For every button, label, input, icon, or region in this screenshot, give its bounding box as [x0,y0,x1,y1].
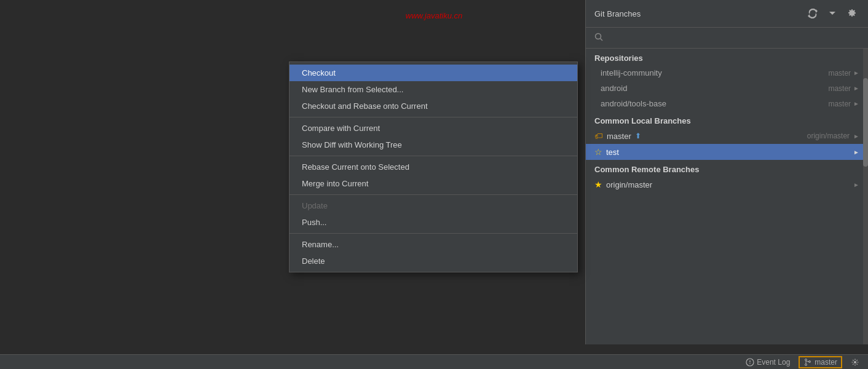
context-menu-item-rebase[interactable]: Rebase Current onto Selected [290,159,577,175]
separator-1 [290,117,577,117]
svg-line-1 [601,39,603,41]
arrow-right-icon-2: ► [853,85,859,92]
tag-icon: 🏷 [594,131,603,141]
arrow-right-icon-origin: ► [853,181,859,188]
context-menu-item-push[interactable]: Push... [290,214,577,231]
repo-branch-android-tools: master ► [828,100,859,108]
branch-master-left: 🏷 master ⬆ [594,131,641,141]
arrow-right-icon: ► [853,69,859,76]
repo-branch-intellij: master ► [828,69,859,77]
arrow-right-icon-master: ► [853,133,859,140]
remote-branches-section-header: Common Remote Branches [586,160,868,177]
context-menu: Checkout New Branch from Selected... Che… [289,62,578,272]
arrow-right-icon-3: ► [853,100,859,107]
event-log-item[interactable]: Event Log [742,357,794,368]
settings-button[interactable] [845,7,859,20]
svg-point-5 [805,359,807,360]
refresh-button[interactable] [805,7,820,20]
separator-2 [290,156,577,156]
git-search-bar [586,28,868,49]
branch-origin-master-right: ► [853,181,859,188]
branch-item-origin-master[interactable]: ★ origin/master ► [586,177,868,192]
status-master-label: master [815,358,837,367]
git-panel-title: Git Branches [594,9,641,18]
tracking-icon: ⬆ [635,132,641,140]
search-icon [594,33,603,43]
branch-item-test[interactable]: ☆ test ► [586,144,868,160]
svg-point-6 [805,363,807,365]
git-panel-content: Repositories intellij-community master ►… [586,49,868,344]
separator-3 [290,194,577,195]
svg-point-4 [749,363,751,364]
branch-origin-master-left: ★ origin/master [594,180,652,189]
context-menu-item-new-branch[interactable]: New Branch from Selected... [290,81,577,98]
event-log-icon [746,358,754,367]
git-panel-actions [805,7,859,20]
repo-name-intellij: intellij-community [601,68,662,77]
context-menu-item-merge[interactable]: Merge into Current [290,175,577,192]
branch-test-name: test [606,148,619,157]
branch-item-master[interactable]: 🏷 master ⬆ origin/master ► [586,128,868,144]
git-panel-header: Git Branches [586,0,868,28]
context-menu-item-compare[interactable]: Compare with Current [290,120,577,137]
git-branch-status-icon [803,358,812,367]
event-log-label: Event Log [757,358,790,367]
local-branches-section-header: Common Local Branches [586,111,868,128]
search-input[interactable] [607,33,859,42]
repo-item-android[interactable]: android master ► [586,81,868,96]
context-menu-item-update: Update [290,197,577,214]
branch-origin-master-name: origin/master [606,180,652,189]
separator-4 [290,233,577,234]
repositories-section-header: Repositories [586,49,868,65]
context-menu-item-checkout[interactable]: Checkout [290,65,577,81]
star-icon-test: ☆ [594,147,602,157]
branch-test-right: ► [853,149,859,156]
repo-item-android-tools[interactable]: android/tools-base master ► [586,96,868,111]
repo-name-android-tools: android/tools-base [601,99,666,108]
arrow-right-icon-test: ► [853,149,859,156]
svg-point-9 [854,361,856,363]
context-menu-item-delete[interactable]: Delete [290,253,577,269]
status-settings-button[interactable] [847,357,863,368]
watermark: www.javatiku.cn [406,11,462,20]
branch-master-right: origin/master ► [807,132,859,140]
scrollbar-thumb [863,78,868,167]
status-settings-icon [851,358,859,367]
context-menu-item-rename[interactable]: Rename... [290,236,577,253]
scrollbar[interactable] [863,49,868,344]
repo-branch-android: master ► [828,84,859,93]
svg-point-0 [596,34,601,39]
context-menu-item-show-diff[interactable]: Show Diff with Working Tree [290,137,577,153]
git-branches-panel: Git Branches [585,0,868,344]
context-menu-item-checkout-rebase[interactable]: Checkout and Rebase onto Current [290,98,577,114]
branch-test-left: ☆ test [594,147,619,157]
status-bar: Event Log master [0,354,868,369]
collapse-button[interactable] [825,7,840,20]
star-icon-origin: ★ [594,180,602,189]
status-master-button[interactable]: master [799,356,842,368]
branch-origin-label: origin/master [807,132,850,140]
branch-master-name: master [607,132,631,141]
repo-name-android: android [601,84,627,93]
repo-item-intellij[interactable]: intellij-community master ► [586,65,868,81]
